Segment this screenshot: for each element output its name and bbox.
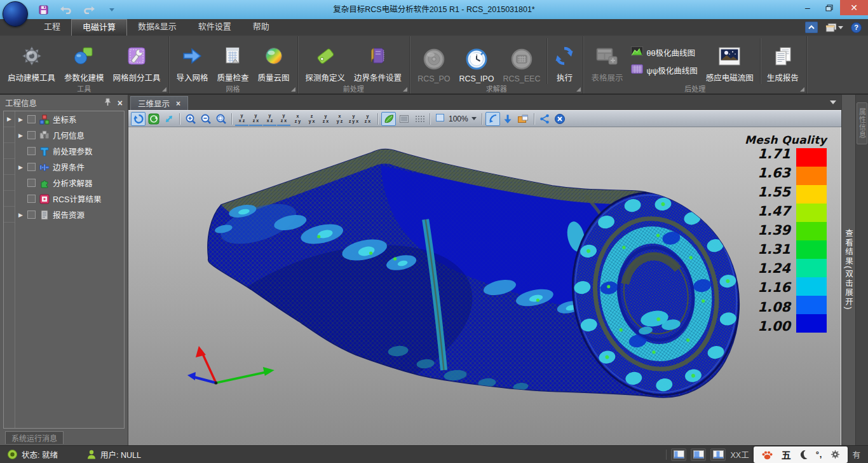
tree-item-checkbox[interactable] xyxy=(27,147,36,155)
layout-right-button[interactable] xyxy=(710,448,726,461)
menu-tab-1[interactable]: 工程 xyxy=(33,19,71,36)
ribbon-button-param[interactable]: 参数化建模 xyxy=(60,38,109,85)
group-dialog-launcher-icon[interactable] xyxy=(800,87,804,92)
spin-view-button[interactable] xyxy=(146,112,161,126)
ribbon-button-qcheck[interactable]: 质量检查 xyxy=(213,38,254,85)
flat-shading-button[interactable] xyxy=(397,112,411,126)
close-view-button[interactable] xyxy=(553,112,567,126)
smooth-shading-button[interactable] xyxy=(381,112,396,126)
close-button[interactable]: ✕ xyxy=(840,0,868,15)
tree-item-3[interactable]: 前处理参数 xyxy=(15,143,124,159)
tree-item-4[interactable]: ▶边界条件 xyxy=(15,159,124,175)
tree-item-1[interactable]: ▶坐标系 xyxy=(15,111,124,127)
view-orientation-button-7[interactable]: yz x xyxy=(319,112,332,126)
tab-close-icon[interactable]: × xyxy=(176,99,180,108)
properties-tab[interactable]: 属性信息 xyxy=(857,102,867,144)
ribbon-button-ipo[interactable]: RCS_IPO xyxy=(455,38,499,85)
qat-dropdown-icon[interactable] xyxy=(105,3,118,16)
ime-moon-icon[interactable] xyxy=(799,450,808,459)
ime-logo-icon[interactable] xyxy=(761,450,773,460)
ribbon-button-gear[interactable]: 启动建模工具 xyxy=(3,38,60,85)
ime-punct-toggle[interactable]: °, xyxy=(816,450,823,459)
ribbon-button-meshtool[interactable]: 网格剖分工具 xyxy=(109,38,165,85)
menu-tab-2[interactable]: 电磁计算 xyxy=(71,19,127,36)
tree-expand-icon[interactable]: ▶ xyxy=(17,212,24,218)
view-orientation-button-2[interactable]: yz x xyxy=(249,112,262,126)
tree-expand-icon[interactable]: ▶ xyxy=(17,116,24,123)
redo-button[interactable] xyxy=(83,3,95,16)
menu-tab-5[interactable]: 帮助 xyxy=(242,19,280,36)
ribbon-button-curveg[interactable]: θθ极化曲线图 xyxy=(631,46,697,59)
view-orientation-button-10[interactable]: yz x xyxy=(361,112,374,126)
ribbon-button-qcloud[interactable]: 质量云图 xyxy=(254,38,294,85)
import-view-button[interactable] xyxy=(501,112,515,126)
layout-left-button[interactable] xyxy=(671,448,686,461)
tree-item-5[interactable]: 分析求解器 xyxy=(15,175,124,191)
tree-item-7[interactable]: ▶报告资源 xyxy=(15,207,124,223)
tree-item-checkbox[interactable] xyxy=(27,195,36,203)
ribbon-button-book[interactable]: 边界条件设置 xyxy=(349,38,406,85)
tree-item-checkbox[interactable] xyxy=(27,211,36,219)
ime-settings-icon[interactable] xyxy=(831,450,840,459)
ribbon-button-curvep[interactable]: ψψ极化曲线图 xyxy=(631,64,697,76)
zoom-in-button[interactable] xyxy=(183,112,198,126)
tree-item-checkbox[interactable] xyxy=(27,131,36,139)
system-messages-tab[interactable]: 系统运行消息 xyxy=(5,431,64,444)
tree-item-checkbox[interactable] xyxy=(27,163,36,171)
tree-outer-expander xyxy=(4,191,15,207)
ribbon-button-tag[interactable]: 探测角定义 xyxy=(301,38,350,85)
ime-mode-label[interactable]: 五 xyxy=(782,448,791,461)
restore-button[interactable] xyxy=(818,0,840,15)
ime-toolbar: 五 °, xyxy=(754,446,848,463)
tree-expand-icon[interactable]: ▶ xyxy=(17,132,24,139)
tab-3d-display[interactable]: 三维显示 × xyxy=(130,96,188,110)
undo-button[interactable] xyxy=(60,3,72,16)
tree-item-checkbox[interactable] xyxy=(27,115,36,123)
group-dialog-launcher-icon[interactable] xyxy=(291,87,295,92)
viewport-3d[interactable]: Mesh Quality 1.711.631.551.471.391.311.2… xyxy=(128,127,841,445)
tree-item-2[interactable]: ▶几何信息 xyxy=(15,127,124,143)
view-orientation-button-6[interactable]: zy x xyxy=(305,112,318,126)
view-orientation-button-3[interactable]: yx z xyxy=(263,112,276,126)
pan-view-button[interactable] xyxy=(161,112,176,126)
view-orientation-button-5[interactable]: xz y xyxy=(291,112,304,126)
legend-band xyxy=(796,240,827,259)
zoom-out-button[interactable] xyxy=(198,112,213,126)
menu-tab-3[interactable]: 数据&显示 xyxy=(127,19,187,36)
share-view-button[interactable] xyxy=(538,112,552,126)
view-orientation-button-4[interactable]: yz x xyxy=(277,112,290,126)
tree-expand-icon[interactable]: ▶ xyxy=(17,164,24,170)
group-dialog-launcher-icon[interactable] xyxy=(403,87,407,92)
tree-item-6[interactable]: RCS计算结果 xyxy=(15,191,124,207)
zoom-level-dropdown[interactable]: 100% xyxy=(433,113,478,125)
wireframe-button[interactable] xyxy=(412,112,426,126)
capture-window-button[interactable] xyxy=(516,112,531,126)
status-bar: 状态: 就绪 用户: NULL XX工 五 °, 有 xyxy=(0,445,868,463)
results-collapsed-bar[interactable]: 查看结果(双击展开) xyxy=(841,95,855,445)
zoom-window-button[interactable] xyxy=(214,112,228,126)
ribbon-button-report[interactable]: 生成报告 xyxy=(763,38,803,85)
pin-icon[interactable] xyxy=(104,98,111,108)
ribbon-button-run[interactable]: 执行 xyxy=(549,38,580,85)
tree-outer-expander[interactable]: ▶ xyxy=(4,111,15,127)
tree-item-checkbox[interactable] xyxy=(27,179,36,187)
view-orientation-button-8[interactable]: xy z xyxy=(333,112,346,126)
panel-close-icon[interactable]: × xyxy=(118,98,123,108)
app-logo-icon[interactable] xyxy=(3,1,28,27)
ribbon-button-import[interactable]: 导入网格 xyxy=(172,38,213,85)
view-orientation-button-1[interactable]: yx z xyxy=(235,112,248,126)
window-layout-icon[interactable] xyxy=(825,23,843,32)
group-dialog-launcher-icon[interactable] xyxy=(576,87,581,92)
group-dialog-launcher-icon[interactable] xyxy=(162,87,166,92)
layout-center-button[interactable] xyxy=(691,448,706,461)
tab-list-dropdown-icon[interactable] xyxy=(830,100,836,104)
minimize-button[interactable]: – xyxy=(797,0,818,15)
ribbon-button-photo[interactable]: 感应电磁流图 xyxy=(702,38,758,85)
fit-view-button[interactable] xyxy=(485,112,500,126)
help-icon[interactable]: ? xyxy=(851,22,862,33)
view-orientation-button-9[interactable]: yz y x xyxy=(347,112,360,126)
rotate-view-button[interactable] xyxy=(131,112,146,126)
menu-tab-4[interactable]: 软件设置 xyxy=(187,19,242,36)
save-button[interactable] xyxy=(37,3,50,16)
collapse-ribbon-icon[interactable] xyxy=(805,22,818,33)
